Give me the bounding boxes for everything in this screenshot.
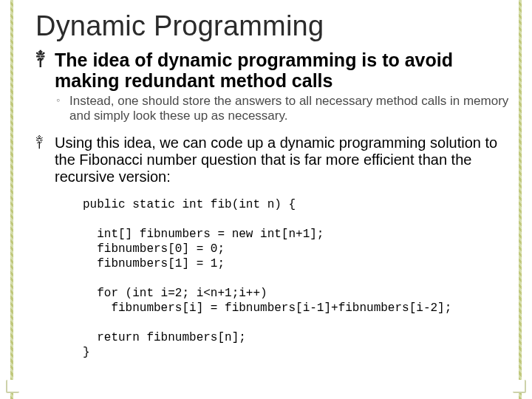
bullet-text: The idea of dynamic programming is to av…	[55, 50, 453, 91]
decor-corner-br	[513, 380, 526, 393]
bullet-lead: Using	[55, 134, 92, 151]
bullet-main-idea: ༒ The idea of dynamic programming is to …	[35, 50, 511, 91]
bullet-text: Using this idea, we can code up a dynami…	[55, 134, 497, 185]
decor-corner-bl	[6, 380, 19, 393]
sub-bullet-text: Instead, one should store the answers to…	[69, 94, 508, 123]
code-block-fib: public static int fib(int n) { int[] fib…	[83, 197, 511, 360]
slide-title: Dynamic Programming	[35, 10, 511, 42]
bullet-marker-icon: ༒	[35, 135, 43, 151]
decor-stripe-left	[10, 0, 13, 399]
bullet-lead: The	[55, 50, 87, 70]
sub-bullet-store-answers: ◦ Instead, one should store the answers …	[35, 94, 511, 124]
bullet-marker-icon: ༒	[35, 50, 44, 70]
sub-bullet-marker-icon: ◦	[56, 94, 60, 106]
bullet-using-idea: ༒ Using this idea, we can code up a dyna…	[35, 134, 511, 185]
bullet-rest: idea of dynamic programming is to avoid …	[55, 50, 453, 91]
decor-stripe-right	[519, 0, 522, 399]
bullet-rest: this idea, we can code up a dynamic prog…	[55, 134, 497, 185]
slide: Dynamic Programming ༒ The idea of dynami…	[0, 0, 532, 399]
